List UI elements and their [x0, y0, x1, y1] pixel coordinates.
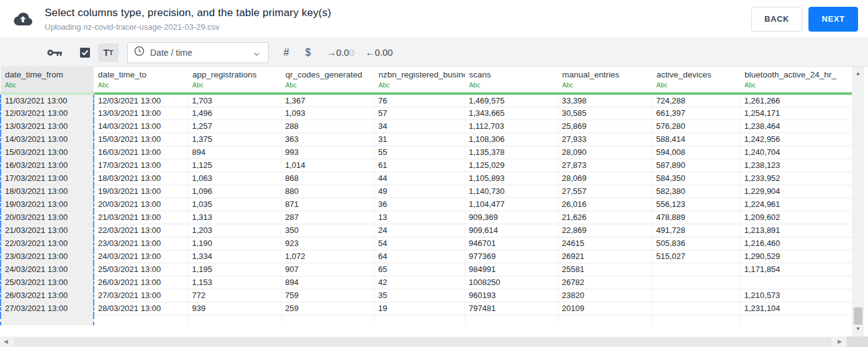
table-cell[interactable]: 1,703 — [188, 94, 281, 107]
table-cell[interactable]: 984991 — [465, 263, 558, 276]
table-cell[interactable]: 34 — [374, 120, 465, 133]
table-cell[interactable]: 1,224,961 — [740, 198, 852, 211]
table-cell[interactable]: 1,240,704 — [740, 146, 852, 159]
table-cell[interactable]: 25/03/2021 13:00 — [1, 276, 94, 289]
table-cell[interactable]: 909,369 — [465, 211, 558, 224]
table-cell[interactable]: 1,105,893 — [465, 172, 558, 185]
table-cell[interactable]: 993 — [281, 146, 374, 159]
table-cell[interactable]: 30,585 — [558, 107, 652, 120]
table-cell[interactable]: 661,397 — [652, 107, 740, 120]
table-cell[interactable]: 1,072 — [281, 250, 374, 263]
table-cell[interactable]: 946701 — [465, 237, 558, 250]
table-cell[interactable]: 57 — [374, 107, 465, 120]
vertical-scrollbar[interactable]: ▲ ▼ — [852, 67, 864, 336]
table-cell[interactable]: 18/03/2021 13:00 — [1, 185, 94, 198]
back-button[interactable]: BACK — [751, 7, 802, 32]
table-cell[interactable]: 27,557 — [558, 185, 652, 198]
table-cell[interactable]: 1,231,104 — [740, 302, 852, 315]
table-cell[interactable]: 515,027 — [652, 250, 740, 263]
table-cell[interactable]: 76 — [374, 94, 465, 107]
table-cell[interactable]: 27/03/2021 13:00 — [94, 289, 188, 302]
column-header-scans[interactable]: scansAbc — [465, 67, 558, 94]
table-cell[interactable]: 28,090 — [558, 146, 652, 159]
table-cell[interactable]: 49 — [374, 185, 465, 198]
table-cell[interactable]: 505,836 — [652, 237, 740, 250]
scroll-up-icon[interactable]: ▲ — [852, 71, 864, 76]
table-cell[interactable]: 1,014 — [281, 159, 374, 172]
table-cell[interactable]: 33,398 — [558, 94, 652, 107]
table-cell[interactable]: 16/03/2021 13:00 — [1, 159, 94, 172]
text-type-button[interactable]: TT — [98, 43, 119, 62]
table-cell[interactable] — [465, 315, 558, 325]
table-cell[interactable]: 1,135,378 — [465, 146, 558, 159]
table-cell[interactable] — [652, 276, 740, 289]
table-cell[interactable] — [652, 302, 740, 315]
table-cell[interactable]: 1,233,952 — [740, 172, 852, 185]
table-cell[interactable]: 582,380 — [652, 185, 740, 198]
table-cell[interactable] — [652, 315, 740, 325]
table-cell[interactable]: 26/03/2021 13:00 — [1, 289, 94, 302]
table-cell[interactable]: 977369 — [465, 250, 558, 263]
table-cell[interactable]: 1,190 — [188, 237, 281, 250]
table-cell[interactable]: 65 — [374, 263, 465, 276]
table-cell[interactable] — [652, 289, 740, 302]
table-cell[interactable]: 1,313 — [188, 211, 281, 224]
table-cell[interactable]: 55 — [374, 146, 465, 159]
table-cell[interactable]: 1,257 — [188, 120, 281, 133]
decimal-decrease-button[interactable]: ←0.00 — [365, 47, 393, 58]
table-cell[interactable]: 27,933 — [558, 133, 652, 146]
table-cell[interactable]: 22/03/2021 13:00 — [94, 224, 188, 237]
table-cell[interactable]: 1,213,891 — [740, 224, 852, 237]
table-cell[interactable]: 907 — [281, 263, 374, 276]
include-column-checkbox[interactable] — [80, 48, 90, 58]
table-cell[interactable]: 21/03/2021 13:00 — [94, 211, 188, 224]
table-cell[interactable]: 287 — [281, 211, 374, 224]
table-cell[interactable]: 960193 — [465, 289, 558, 302]
table-cell[interactable]: 61 — [374, 159, 465, 172]
table-cell[interactable]: 724,288 — [652, 94, 740, 107]
table-cell[interactable]: 14/03/2021 13:00 — [94, 120, 188, 133]
table-cell[interactable] — [188, 315, 281, 325]
column-header-date_time_to[interactable]: date_time_toAbc — [94, 67, 188, 94]
table-cell[interactable]: 26,016 — [558, 198, 652, 211]
vertical-scroll-thumb[interactable] — [854, 307, 862, 325]
table-cell[interactable]: 14/03/2021 13:00 — [1, 133, 94, 146]
table-cell[interactable]: 772 — [188, 289, 281, 302]
table-cell[interactable]: 26/03/2021 13:00 — [94, 276, 188, 289]
table-cell[interactable]: 22,869 — [558, 224, 652, 237]
table-cell[interactable]: 1,238,123 — [740, 159, 852, 172]
table-cell[interactable]: 12/03/2021 13:00 — [94, 94, 188, 107]
table-cell[interactable]: 1,343,665 — [465, 107, 558, 120]
table-cell[interactable]: 350 — [281, 224, 374, 237]
table-cell[interactable] — [94, 315, 188, 325]
column-type-dropdown[interactable]: Date / time ⌄ — [127, 42, 269, 63]
column-header-nzbn_registered_busine[interactable]: nzbn_registered_busineAbc — [374, 67, 465, 94]
table-cell[interactable]: 880 — [281, 185, 374, 198]
table-cell[interactable]: 1,254,171 — [740, 107, 852, 120]
table-cell[interactable]: 18/03/2021 13:00 — [94, 172, 188, 185]
table-cell[interactable]: 1,140,730 — [465, 185, 558, 198]
table-cell[interactable]: 22/03/2021 13:00 — [1, 237, 94, 250]
table-cell[interactable] — [740, 276, 852, 289]
table-cell[interactable]: 15/03/2021 13:00 — [1, 146, 94, 159]
table-cell[interactable]: 1,104,477 — [465, 198, 558, 211]
table-cell[interactable]: 28/03/2021 13:00 — [94, 302, 188, 315]
table-cell[interactable]: 1,093 — [281, 107, 374, 120]
table-cell[interactable]: 26782 — [558, 276, 652, 289]
table-cell[interactable]: 27/03/2021 13:00 — [1, 302, 94, 315]
table-cell[interactable]: 17/03/2021 13:00 — [94, 159, 188, 172]
scroll-down-icon[interactable]: ▼ — [852, 326, 864, 332]
table-cell[interactable]: 36 — [374, 198, 465, 211]
table-cell[interactable]: 24615 — [558, 237, 652, 250]
table-cell[interactable]: 1,096 — [188, 185, 281, 198]
table-cell[interactable]: 1,496 — [188, 107, 281, 120]
table-cell[interactable]: 363 — [281, 133, 374, 146]
table-cell[interactable]: 20/03/2021 13:00 — [1, 211, 94, 224]
table-cell[interactable]: 478,889 — [652, 211, 740, 224]
table-cell[interactable]: 24/03/2021 13:00 — [1, 263, 94, 276]
scroll-left-icon[interactable]: ◀ — [4, 338, 8, 345]
next-button[interactable]: NEXT — [808, 7, 858, 32]
table-cell[interactable]: 19/03/2021 13:00 — [94, 185, 188, 198]
table-cell[interactable]: 491,728 — [652, 224, 740, 237]
table-cell[interactable]: 1,334 — [188, 250, 281, 263]
